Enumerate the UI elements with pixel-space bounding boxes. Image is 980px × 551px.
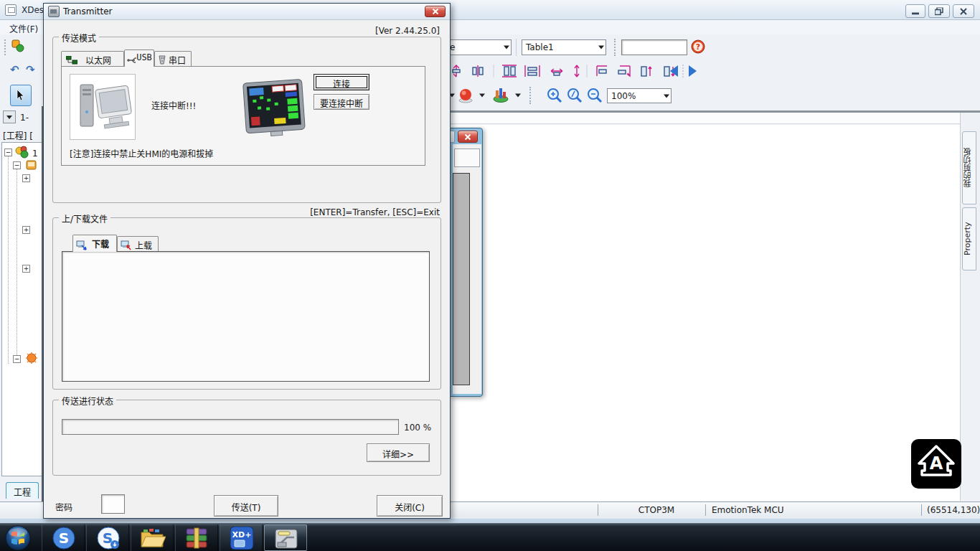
statusbar-coordinates: (65514,130) xyxy=(927,505,980,515)
app-close-button[interactable] xyxy=(953,4,974,18)
screen-combo[interactable]: e xyxy=(446,39,512,55)
dropdown-caret[interactable] xyxy=(476,89,486,102)
zoom-combo-value: 100% xyxy=(611,91,636,101)
taskbar-explorer[interactable] xyxy=(131,524,174,551)
search-input[interactable] xyxy=(621,39,687,55)
zoom-in-icon[interactable] xyxy=(547,88,562,103)
taskbar-sogou-download[interactable]: S xyxy=(86,524,129,551)
zoom-reset-icon[interactable] xyxy=(567,88,583,103)
tab-upload[interactable]: 上载 xyxy=(117,236,159,252)
taskbar-winrar[interactable] xyxy=(175,524,218,551)
tab-download[interactable]: 下载 xyxy=(72,235,117,252)
workarea-canvas[interactable] xyxy=(445,125,960,501)
svg-text:?: ? xyxy=(696,42,700,52)
usb-icon xyxy=(127,56,136,65)
ime-logo-overlay[interactable]: A xyxy=(911,439,961,489)
details-button[interactable]: 详细>> xyxy=(367,443,430,462)
screen-combo-value: e xyxy=(450,42,455,52)
toolbar-grip xyxy=(529,87,532,104)
help-icon[interactable]: ? xyxy=(691,39,705,54)
tree-guide xyxy=(8,156,9,364)
tab-ethernet-label: 以太网 xyxy=(85,56,111,66)
connect-button[interactable]: 连接 xyxy=(314,74,369,90)
zoom-combo[interactable]: 100% xyxy=(607,88,672,103)
tree-guide xyxy=(17,164,17,358)
statusbar-controller: EmotionTek MCU xyxy=(712,505,784,515)
password-input[interactable] xyxy=(101,494,125,514)
password-label: 密码 xyxy=(55,501,72,513)
serial-port-icon xyxy=(158,55,166,65)
statusbar-separator xyxy=(598,504,598,516)
table-combo[interactable]: Table1 xyxy=(522,39,606,55)
chevron-down-icon xyxy=(664,94,669,98)
undo-icon[interactable]: ↶ xyxy=(10,63,19,76)
transfer-button[interactable]: 传送(T) xyxy=(214,495,278,517)
project-root-icon xyxy=(15,146,29,159)
background-dialog-partial[interactable] xyxy=(450,128,483,397)
dialog-close-button[interactable]: 关闭(C) xyxy=(377,495,443,517)
menu-file[interactable]: 文件(F) xyxy=(9,22,38,34)
statusbar-model: CTOP3M xyxy=(617,505,696,515)
connection-notice: [注意]连接中禁止关HMI的电源和拔掉 xyxy=(70,147,213,159)
np-tool-icon[interactable] xyxy=(11,39,24,52)
tab-my-clipboard[interactable]: 我的剪切板 xyxy=(962,131,976,204)
winrar-icon xyxy=(185,527,209,550)
statusbar-separator xyxy=(921,504,922,516)
upload-icon xyxy=(121,240,132,250)
sidebar-nav-dropdown[interactable] xyxy=(3,110,16,123)
alarm-lamp-icon[interactable] xyxy=(458,88,473,103)
progress-bar xyxy=(62,419,399,435)
app-restore-button[interactable] xyxy=(928,4,950,18)
house-a-icon: A xyxy=(911,439,961,489)
next-screen-icon[interactable] xyxy=(689,65,697,77)
connection-status-text: 连接中断!!! xyxy=(151,99,237,111)
svg-text:A: A xyxy=(930,453,943,474)
select-tool-button[interactable] xyxy=(10,85,32,106)
chevron-down-icon xyxy=(598,46,604,50)
tree-expand-box[interactable]: + xyxy=(22,174,30,182)
tab-property[interactable]: Property xyxy=(962,207,976,270)
close-icon xyxy=(960,8,967,15)
chart-tool-icon[interactable] xyxy=(492,86,509,103)
taskbar-sogou-browser[interactable]: S xyxy=(42,524,85,551)
progress-percent: 100 % xyxy=(404,423,431,433)
file-listbox[interactable] xyxy=(62,251,430,382)
computer-image xyxy=(70,74,136,140)
tab-project[interactable]: 工程 xyxy=(6,482,39,499)
disconnect-button[interactable]: 要连接中断 xyxy=(314,94,369,110)
chevron-down-icon xyxy=(6,116,12,119)
sidebar-panel-header: [工程] [ xyxy=(3,129,33,141)
sidebar-nav-value: 1- xyxy=(20,113,29,123)
project-tree[interactable]: − 1 − + + + − xyxy=(1,142,42,476)
tree-collapse-box[interactable]: − xyxy=(13,161,21,169)
keyboard-hint: [ENTER]=Transfer, [ESC]=Exit xyxy=(310,207,440,217)
ethernet-icon xyxy=(66,56,77,65)
desktop: XDesi 文件(F) ↶ ↷ xyxy=(0,0,980,551)
tab-ethernet[interactable]: 以太网 xyxy=(61,51,124,67)
app-window-icon xyxy=(5,4,17,16)
tree-expand-box[interactable]: + xyxy=(22,265,30,273)
tree-collapse-box[interactable]: − xyxy=(4,149,12,156)
app-minimize-button[interactable] xyxy=(905,4,925,18)
redo-icon[interactable]: ↷ xyxy=(26,63,35,76)
taskbar-xdesigner[interactable]: XD+ xyxy=(220,524,263,551)
start-button[interactable] xyxy=(4,524,32,551)
dialog-close-x-button[interactable] xyxy=(425,6,446,17)
tab-serial[interactable]: 串口 xyxy=(154,51,192,67)
taskbar-transmitter[interactable] xyxy=(264,524,307,551)
project-root-label[interactable]: 1 xyxy=(32,149,38,159)
drive-icon xyxy=(274,528,298,550)
prev-screen-icon[interactable] xyxy=(670,65,678,77)
taskbar: S S xyxy=(0,523,980,551)
download-icon xyxy=(76,240,88,250)
background-dialog-close-button[interactable] xyxy=(458,131,478,143)
svg-text:S: S xyxy=(59,529,69,547)
tab-usb[interactable]: USB xyxy=(124,50,154,67)
minimize-icon xyxy=(912,8,919,14)
transmitter-dialog: Transmitter [Ver 2.44.25.0] 传送模式 以太网 USB… xyxy=(43,3,451,519)
tree-collapse-box[interactable]: − xyxy=(13,355,21,363)
zoom-out-icon[interactable] xyxy=(587,88,603,103)
tree-expand-box[interactable]: + xyxy=(22,226,30,234)
tab-usb-label: USB xyxy=(136,52,152,62)
dropdown-caret[interactable] xyxy=(512,89,522,102)
